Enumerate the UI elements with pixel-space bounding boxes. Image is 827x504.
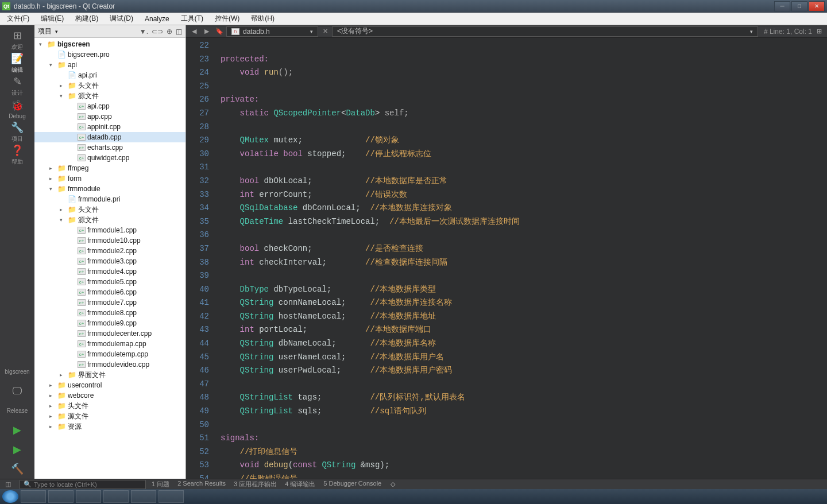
tree-row[interactable]: c+frmmodule9.cpp — [34, 318, 186, 328]
menu-item[interactable]: 工具(T) — [176, 13, 208, 25]
menu-item[interactable]: 调试(D) — [105, 13, 138, 25]
split-editor-icon[interactable]: ⊞ — [813, 26, 825, 37]
rail-bottom-item[interactable]: 🔨 — [1, 459, 33, 479]
rail-bottom-item[interactable]: bigscreen — [1, 362, 33, 381]
tree-row[interactable]: ▾📁frmmodule — [34, 184, 186, 194]
tree-row[interactable]: ▸📁界面文件 — [34, 370, 186, 380]
symbol-dropdown[interactable]: <没有符号> ▾ — [332, 26, 758, 37]
rail-item[interactable]: ✎设计 — [1, 75, 33, 98]
menu-item[interactable]: Analyze — [140, 14, 174, 24]
tree-row[interactable]: 📄api.pri — [34, 70, 186, 80]
output-menu-icon[interactable]: ◇ — [391, 480, 395, 488]
tree-row[interactable]: ▾📁bigscreen — [34, 39, 186, 49]
tree-row[interactable]: c+appinit.cpp — [34, 122, 186, 132]
tree-arrow-icon[interactable]: ▾ — [49, 62, 55, 68]
tree-row[interactable]: c+frmmodule1.cpp — [34, 225, 186, 235]
tree-row[interactable]: c+api.cpp — [34, 101, 186, 111]
tree-arrow-icon[interactable]: ▸ — [60, 83, 65, 88]
nav-fwd-icon[interactable]: ▶ — [201, 26, 212, 37]
task-item[interactable] — [21, 490, 46, 503]
close-button[interactable]: ✕ — [809, 1, 825, 11]
project-tree[interactable]: ▾📁bigscreen📄bigscreen.pro▾📁api📄api.pri▸📁… — [34, 38, 186, 479]
tree-row[interactable]: c+frmmodulevideo.cpp — [34, 359, 186, 370]
start-button[interactable] — [2, 490, 18, 503]
output-tab[interactable]: 4 编译输出 — [285, 480, 315, 489]
tree-arrow-icon[interactable]: ▸ — [60, 372, 65, 378]
tree-arrow-icon[interactable]: ▸ — [49, 413, 55, 419]
tree-row[interactable]: c+frmmodule7.cpp — [34, 297, 186, 308]
task-item[interactable] — [103, 490, 129, 503]
tree-row[interactable]: c+frmmodule4.cpp — [34, 266, 186, 277]
add-icon[interactable]: ⊕ — [167, 28, 172, 36]
output-tab[interactable]: 2 Search Results — [177, 480, 226, 489]
rail-item[interactable]: 🔧项目 — [1, 121, 33, 144]
tree-arrow-icon[interactable]: ▸ — [49, 403, 55, 409]
tree-row[interactable]: ▾📁源文件 — [34, 215, 186, 225]
tree-arrow-icon[interactable]: ▸ — [49, 165, 55, 171]
tree-row[interactable]: ▸📁源文件 — [34, 411, 186, 421]
tree-row[interactable]: ▸📁webcore — [34, 390, 186, 401]
tree-arrow-icon[interactable]: ▸ — [49, 393, 55, 398]
tree-arrow-icon[interactable]: ▸ — [49, 176, 55, 181]
menu-item[interactable]: 帮助(H) — [246, 13, 279, 25]
task-item[interactable] — [159, 490, 184, 503]
bookmark-icon[interactable]: 🔖 — [214, 26, 225, 37]
rail-item[interactable]: ❓帮助 — [1, 144, 33, 166]
tree-row[interactable]: c+frmmodule2.cpp — [34, 246, 186, 256]
tree-row[interactable]: 📄bigscreen.pro — [34, 49, 186, 60]
close-file-icon[interactable]: ✕ — [319, 26, 331, 37]
output-toggle-icon[interactable]: ◫ — [2, 479, 14, 490]
output-tab[interactable]: 5 Debugger Console — [323, 480, 381, 489]
tree-row[interactable]: ▾📁源文件 — [34, 91, 186, 101]
tree-row[interactable]: c+quiwidget.cpp — [34, 153, 186, 163]
nav-back-icon[interactable]: ◀ — [188, 26, 200, 37]
rail-bottom-item[interactable]: 🖵 — [1, 381, 33, 401]
maximize-button[interactable]: □ — [791, 1, 807, 11]
rail-bottom-item[interactable]: Release — [1, 401, 33, 420]
task-item[interactable] — [48, 490, 74, 503]
output-tab[interactable]: 3 应用程序输出 — [234, 480, 277, 489]
menu-item[interactable]: 控件(W) — [210, 13, 244, 25]
tree-arrow-icon[interactable]: ▸ — [49, 382, 55, 388]
tree-row[interactable]: ▾📁api — [34, 60, 186, 70]
rail-item[interactable]: 📝编辑 — [1, 52, 33, 75]
filter-icon[interactable]: ▼. — [140, 28, 148, 36]
menu-item[interactable]: 编辑(E) — [36, 13, 68, 25]
tree-row[interactable]: c+datadb.cpp — [34, 132, 186, 142]
locator-input[interactable]: 🔍 Type to locate (Ctrl+K) — [20, 480, 146, 489]
rail-item[interactable]: ⊞欢迎 — [1, 29, 33, 52]
tree-row[interactable]: c+echarts.cpp — [34, 142, 186, 153]
tree-arrow-icon[interactable]: ▾ — [39, 41, 45, 47]
code-content[interactable]: protected: void run();private: static QS… — [215, 38, 827, 479]
tree-row[interactable]: ▸📁form — [34, 173, 186, 184]
rail-bottom-item[interactable]: ▶ — [1, 440, 33, 459]
tree-row[interactable]: c+frmmodulecenter.cpp — [34, 328, 186, 339]
tree-row[interactable]: c+frmmodule5.cpp — [34, 277, 186, 287]
tree-row[interactable]: c+frmmodule3.cpp — [34, 256, 186, 266]
tree-row[interactable]: c+frmmodulemap.cpp — [34, 339, 186, 349]
tree-row[interactable]: ▸📁ffmpeg — [34, 163, 186, 173]
menu-item[interactable]: 文件(F) — [2, 13, 34, 25]
tree-row[interactable]: c+frmmodule8.cpp — [34, 308, 186, 318]
split-icon[interactable]: ◫ — [176, 28, 182, 36]
tree-arrow-icon[interactable]: ▸ — [49, 424, 55, 429]
output-tab[interactable]: 1 问题 — [152, 480, 169, 489]
menu-item[interactable]: 构建(B) — [71, 13, 103, 25]
tree-row[interactable]: ▸📁usercontrol — [34, 380, 186, 390]
rail-bottom-item[interactable]: ▶ — [1, 420, 33, 440]
tree-row[interactable]: c+frmmodule10.cpp — [34, 235, 186, 246]
tree-row[interactable]: ▸📁头文件 — [34, 401, 186, 411]
tree-row[interactable]: c+frmmoduletemp.cpp — [34, 349, 186, 359]
tree-arrow-icon[interactable]: ▾ — [49, 186, 55, 192]
rail-item[interactable]: 🐞Debug — [1, 98, 33, 121]
tree-row[interactable]: c+app.cpp — [34, 111, 186, 122]
tree-arrow-icon[interactable]: ▾ — [60, 93, 65, 99]
tree-row[interactable]: ▸📁资源 — [34, 421, 186, 432]
code-area[interactable]: 2223242526272829303132333435363738394041… — [186, 38, 827, 479]
tree-row[interactable]: ▸📁头文件 — [34, 204, 186, 215]
tree-row[interactable]: ▸📁头文件 — [34, 80, 186, 91]
task-item[interactable] — [131, 490, 156, 503]
tree-arrow-icon[interactable]: ▾ — [60, 217, 65, 223]
task-item[interactable] — [76, 490, 101, 503]
tree-row[interactable]: c+frmmodule6.cpp — [34, 287, 186, 297]
